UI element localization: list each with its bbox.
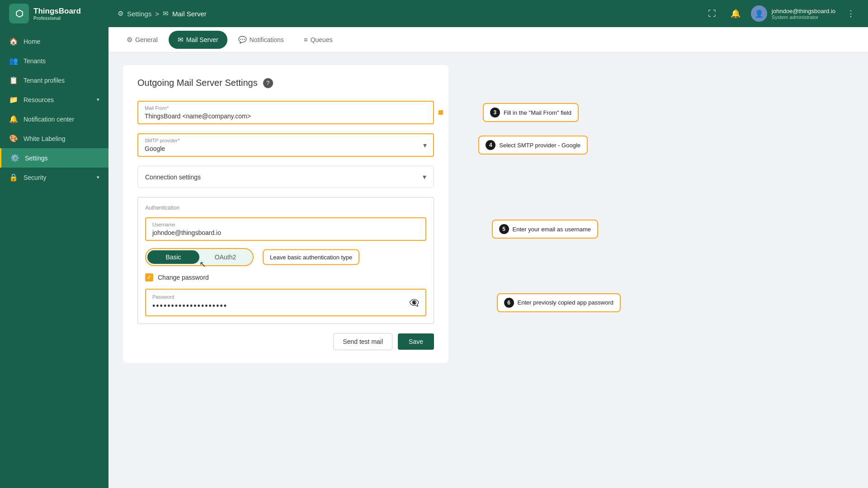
tab-notifications[interactable]: 💬 Notifications (229, 31, 293, 49)
password-label: Password (152, 294, 227, 300)
tab-queues[interactable]: ≡ Queues (295, 31, 342, 49)
accordion-header[interactable]: Connection settings ▾ (138, 166, 434, 188)
logo-text: ThingsBoard Professional (33, 7, 81, 21)
breadcrumb-mail-icon: ✉ (163, 9, 169, 18)
form-container: Outgoing Mail Server Settings ? Mail Fro… (123, 65, 448, 363)
security-icon: 🔒 (9, 173, 18, 182)
smtp-dropdown-icon: ▾ (423, 141, 427, 150)
step4-number: 4 (486, 140, 495, 150)
sidebar-label-white-labeling: White Labeling (24, 135, 99, 142)
chevron-down-icon: ▾ (97, 97, 99, 103)
mail-from-field: Mail From* ThingsBoard <name@company.com… (137, 101, 434, 124)
sidebar-item-resources[interactable]: 📁 Resources ▾ (0, 90, 108, 109)
tab-mail-server[interactable]: ✉ Mail Server 2 Navigate to the "Mail Se… (169, 31, 227, 49)
auth-toggle-wrapper: Basic OAuth2 Leave basic authentication … (145, 248, 426, 266)
step4-text: Select SMTP provider - Google (499, 142, 580, 149)
sidebar-label-resources: Resources (24, 96, 91, 103)
username-label: Username (152, 222, 419, 227)
username-value: johndoe@thingsboard.io (152, 229, 419, 236)
step6-annotation: 6 Enter previosly copied app password (497, 293, 621, 312)
queues-tab-icon: ≡ (304, 36, 308, 43)
tabs-bar: ⚙ General ✉ Mail Server 2 Navigate to th… (108, 27, 868, 52)
step3-annotation: 3 Fill in the "Mail From" field (483, 103, 579, 122)
tab-general[interactable]: ⚙ General (118, 31, 167, 49)
logo-icon: ⬡ (9, 4, 29, 23)
sidebar-label-tenant-profiles: Tenant profiles (24, 77, 99, 84)
password-field-wrapper: Password •••••••••••••••••••• 👁‍🗨 6 Ente… (145, 289, 426, 316)
user-menu[interactable]: 👤 johndoe@thingsboard.io System administ… (751, 5, 835, 22)
notifications-tab-icon: 💬 (238, 36, 247, 44)
app-subtitle: Professional (33, 16, 81, 21)
step6-text: Enter previosly copied app password (518, 299, 613, 306)
mail-from-label: Mail From* (145, 105, 427, 111)
settings-icon: ⚙️ (10, 154, 19, 162)
form-actions: Optional. Click to send test mail Send t… (137, 333, 434, 350)
app-title: ThingsBoard (33, 7, 81, 16)
breadcrumb-current: Mail Server (172, 10, 207, 18)
save-button[interactable]: Save (398, 333, 434, 350)
user-role: System administrator (772, 14, 835, 20)
connection-settings-accordion: Connection settings ▾ (137, 166, 434, 188)
white-labeling-icon: 🎨 (9, 134, 18, 143)
sidebar-item-home[interactable]: 🏠 Home (0, 32, 108, 51)
sidebar-label-home: Home (24, 38, 99, 45)
sidebar-item-tenants[interactable]: 👥 Tenants (0, 51, 108, 70)
smtp-value: Google (145, 145, 179, 152)
password-content: Password •••••••••••••••••••• (152, 294, 227, 311)
auth-basic-button[interactable]: Basic (147, 250, 199, 264)
help-icon[interactable]: ? (263, 78, 273, 88)
auth-oauth2-button[interactable]: OAuth2 (199, 250, 251, 264)
smtp-wrapper[interactable]: SMTP provider* Google ▾ (137, 133, 434, 157)
main-content: ⚙ General ✉ Mail Server 2 Navigate to th… (108, 27, 868, 488)
general-tab-icon: ⚙ (127, 36, 132, 44)
mail-from-wrapper: Mail From* ThingsBoard <name@company.com… (137, 101, 434, 124)
step5-number: 5 (499, 224, 509, 234)
avatar: 👤 (751, 5, 767, 22)
change-password-row: ✓ Change password (145, 273, 426, 282)
layout: 🏠 Home 👥 Tenants 📋 Tenant profiles 📁 Res… (0, 27, 868, 488)
tab-mail-server-label: Mail Server (186, 36, 218, 43)
mail-from-value[interactable]: ThingsBoard <name@company.com> (145, 113, 427, 120)
notifications-button[interactable]: 🔔 (727, 5, 744, 22)
sidebar-item-security[interactable]: 🔒 Security ▾ (0, 168, 108, 187)
breadcrumb-arrow: > (155, 10, 159, 18)
password-visibility-toggle[interactable]: 👁‍🗨 (409, 298, 419, 308)
basic-auth-annotation: Leave basic authentication type (263, 249, 359, 265)
settings-breadcrumb-icon: ⚙ (118, 9, 123, 18)
auth-section: Authentication Username johndoe@thingsbo… (137, 197, 434, 324)
tenants-icon: 👥 (9, 56, 18, 65)
settings-content: Outgoing Mail Server Settings ? Mail Fro… (108, 52, 868, 375)
step3-text: Fill in the "Mail From" field (504, 109, 571, 116)
password-value: •••••••••••••••••••• (152, 301, 227, 311)
sidebar-item-settings[interactable]: ⚙️ Settings 1 Go to the "Settings" page (0, 148, 108, 168)
step5-annotation: 5 Enter your email as username (492, 220, 598, 239)
sidebar: 🏠 Home 👥 Tenants 📋 Tenant profiles 📁 Res… (0, 27, 108, 488)
smtp-label: SMTP provider* (145, 138, 179, 143)
sidebar-item-notification-center[interactable]: 🔔 Notification center (0, 109, 108, 129)
username-field-wrapper: Username johndoe@thingsboard.io 5 Enter … (145, 217, 426, 241)
breadcrumb-settings[interactable]: Settings (127, 10, 151, 18)
cursor-indicator: ↖ (199, 259, 207, 268)
step5-text: Enter your email as username (513, 226, 591, 233)
send-test-mail-button[interactable]: Send test mail (333, 333, 392, 350)
basic-auth-text: Leave basic authentication type (270, 254, 352, 261)
fullscreen-button[interactable]: ⛶ (704, 5, 720, 22)
tab-general-label: General (135, 36, 158, 43)
step3-number: 3 (490, 108, 500, 117)
sidebar-label-tenants: Tenants (24, 57, 99, 65)
form-title: Outgoing Mail Server Settings (137, 78, 258, 88)
username-field[interactable]: Username johndoe@thingsboard.io (145, 217, 426, 241)
tenant-profiles-icon: 📋 (9, 76, 18, 84)
password-field: Password •••••••••••••••••••• 👁‍🗨 (145, 289, 426, 316)
tab-notifications-label: Notifications (250, 36, 284, 43)
accordion-chevron-down-icon: ▾ (423, 173, 426, 181)
tab-queues-label: Queues (311, 36, 333, 43)
smtp-field: SMTP provider* Google ▾ 4 Select SMTP pr… (137, 133, 434, 157)
sidebar-item-tenant-profiles[interactable]: 📋 Tenant profiles (0, 70, 108, 90)
change-password-checkbox[interactable]: ✓ (145, 273, 153, 282)
app-logo: ⬡ ThingsBoard Professional (9, 4, 108, 23)
more-menu-button[interactable]: ⋮ (843, 5, 859, 22)
form-title-row: Outgoing Mail Server Settings ? (137, 78, 434, 88)
mail-server-tab-icon: ✉ (178, 36, 184, 44)
sidebar-item-white-labeling[interactable]: 🎨 White Labeling (0, 129, 108, 148)
